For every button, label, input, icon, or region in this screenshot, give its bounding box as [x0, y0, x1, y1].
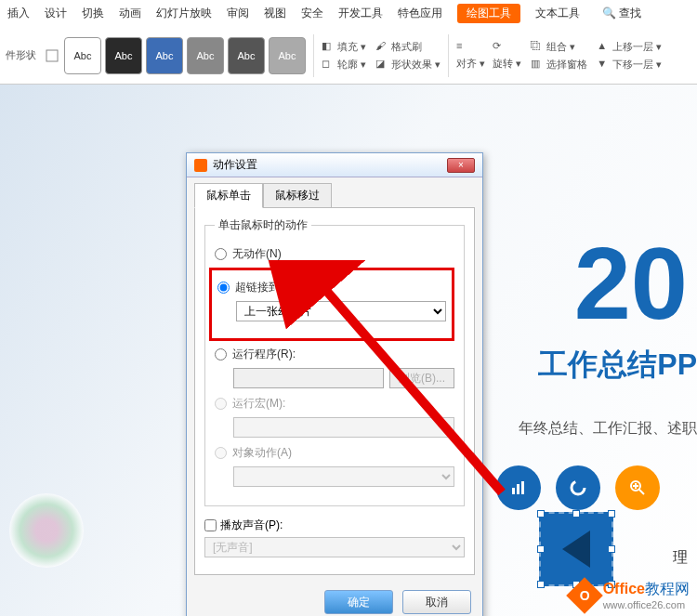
- sound-select-wrap: [无声音]: [204, 537, 465, 557]
- program-path-row: 浏览(B)...: [233, 368, 454, 388]
- resize-handle[interactable]: [537, 510, 545, 518]
- radio-object-action-label: 对象动作(A): [232, 445, 292, 461]
- resize-handle[interactable]: [537, 581, 545, 588]
- dialog-tabs: 鼠标单击 鼠标移过: [187, 177, 482, 208]
- ok-button[interactable]: 确定: [324, 590, 393, 614]
- dialog-buttons: 确定 取消: [187, 583, 482, 616]
- selected-triangle-shape[interactable]: [539, 512, 613, 586]
- radio-object-action: [215, 447, 227, 459]
- shape-style-4[interactable]: Abc: [187, 37, 224, 74]
- macro-select: [233, 417, 454, 438]
- send-backward-button[interactable]: ▼下移一层 ▾: [597, 58, 662, 72]
- triangle-arrow-icon: [562, 531, 590, 568]
- svg-rect-2: [517, 484, 519, 494]
- bring-forward-button[interactable]: ▲上移一层 ▾: [597, 40, 662, 54]
- radio-none[interactable]: [215, 248, 227, 260]
- tab-mouse-click[interactable]: 鼠标单击: [194, 183, 263, 208]
- align-label: 对齐 ▾: [456, 57, 485, 71]
- radio-run-program-row[interactable]: 运行程序(R):: [215, 347, 454, 362]
- tab-design[interactable]: 设计: [45, 6, 67, 21]
- shape-style-2[interactable]: Abc: [105, 37, 142, 74]
- action-settings-dialog: 动作设置 × 鼠标单击 鼠标移过 单击鼠标时的动作 无动作(N) 超链接到(H)…: [186, 152, 483, 616]
- outline-button[interactable]: ◻轮廓 ▾: [322, 58, 366, 72]
- radio-object-action-row: 对象动作(A): [215, 445, 454, 461]
- object-action-select-wrap: [233, 466, 454, 487]
- sound-select: [无声音]: [204, 537, 465, 557]
- radio-hyperlink[interactable]: [217, 282, 230, 294]
- cancel-button[interactable]: 取消: [402, 590, 471, 614]
- shape-style-3[interactable]: Abc: [146, 37, 183, 74]
- tab-drawing-tools[interactable]: 绘图工具: [457, 4, 520, 23]
- radio-none-row[interactable]: 无动作(N): [215, 246, 454, 262]
- tab-view[interactable]: 视图: [264, 6, 286, 21]
- resize-handle[interactable]: [537, 545, 545, 553]
- fill-icon: ◧: [322, 40, 335, 53]
- dialog-body: 单击鼠标时的动作 无动作(N) 超链接到(H): 上一张幻灯片: [194, 207, 475, 575]
- slide-year-number: 20: [574, 224, 688, 342]
- ribbon-tabs: 插入 设计 切换 动画 幻灯片放映 审阅 视图 安全 开发工具 特色应用 绘图工…: [0, 0, 697, 27]
- chart-icon: [496, 465, 541, 510]
- group-label: 单击鼠标时的动作: [215, 217, 311, 233]
- annotation-highlight: 超链接到(H): 上一张幻灯片: [209, 268, 454, 341]
- click-action-group: 单击鼠标时的动作 无动作(N) 超链接到(H): 上一张幻灯片: [204, 217, 465, 506]
- zoom-icon: [615, 465, 660, 510]
- shape-style-gallery: 件形状 Abc Abc Abc Abc Abc Abc: [6, 37, 306, 74]
- decorative-circles: [9, 493, 84, 568]
- fill-button[interactable]: ◧填充 ▾: [322, 40, 366, 54]
- slide-text-fragment: 理: [673, 548, 688, 568]
- watermark-logo: O: [566, 577, 603, 614]
- resize-handle[interactable]: [608, 510, 615, 518]
- resize-handle[interactable]: [572, 510, 580, 518]
- tab-special[interactable]: 特色应用: [398, 6, 442, 21]
- close-button[interactable]: ×: [447, 158, 475, 173]
- slide-subtitle: 年终总结、工作汇报、述职: [519, 419, 697, 439]
- svg-point-4: [572, 481, 585, 494]
- shape-style-5[interactable]: Abc: [228, 37, 265, 74]
- edit-shape-icon[interactable]: [44, 39, 60, 72]
- tab-developer[interactable]: 开发工具: [338, 6, 383, 21]
- align-icon: ≡: [456, 40, 469, 53]
- divider: [448, 34, 449, 77]
- search-link[interactable]: 🔍 查找: [602, 6, 641, 21]
- svg-rect-3: [521, 481, 524, 494]
- tab-animation[interactable]: 动画: [119, 6, 141, 21]
- tab-security[interactable]: 安全: [301, 6, 323, 21]
- object-action-select: [233, 466, 454, 487]
- browse-button: 浏览(B)...: [389, 368, 454, 388]
- radio-hyperlink-label: 超链接到(H):: [235, 280, 298, 295]
- play-sound-checkbox[interactable]: [204, 519, 217, 531]
- outline-icon: ◻: [322, 58, 335, 71]
- app-icon: [194, 159, 207, 172]
- selection-pane-button[interactable]: ▥选择窗格: [531, 58, 587, 72]
- radio-run-program[interactable]: [215, 348, 227, 360]
- radio-hyperlink-row[interactable]: 超链接到(H):: [217, 280, 446, 295]
- tab-review[interactable]: 审阅: [227, 6, 249, 21]
- group-icon: ⿻: [531, 40, 544, 53]
- macro-select-wrap: [233, 417, 454, 438]
- group-button[interactable]: ⿻组合 ▾: [531, 40, 587, 54]
- shape-style-6[interactable]: Abc: [269, 37, 306, 74]
- dialog-titlebar[interactable]: 动作设置 ×: [187, 153, 482, 177]
- shape-effects-button[interactable]: ◪形状效果 ▾: [375, 58, 441, 72]
- watermark-url: www.office26.com: [603, 599, 690, 610]
- hyperlink-target-select[interactable]: 上一张幻灯片: [236, 301, 446, 321]
- pie-icon: [556, 465, 600, 510]
- brush-icon: 🖌: [375, 40, 388, 53]
- shape-style-1[interactable]: Abc: [64, 37, 101, 74]
- rotate-button[interactable]: ⟳: [493, 40, 521, 53]
- ribbon-toolbar: 件形状 Abc Abc Abc Abc Abc Abc ◧填充 ▾ ◻轮廓 ▾ …: [0, 27, 697, 85]
- slide-title: 工作总结PP: [538, 345, 697, 386]
- slide-icon-row: [496, 465, 660, 510]
- resize-handle[interactable]: [608, 545, 615, 553]
- tab-slideshow[interactable]: 幻灯片放映: [156, 6, 212, 21]
- format-painter-button[interactable]: 🖌格式刷: [375, 40, 441, 54]
- tab-mouse-over[interactable]: 鼠标移过: [263, 183, 332, 208]
- play-sound-row[interactable]: 播放声音(P):: [204, 518, 465, 533]
- tab-text-tools[interactable]: 文本工具: [535, 6, 580, 21]
- radio-run-macro: [215, 398, 227, 410]
- tab-transition[interactable]: 切换: [82, 6, 104, 21]
- radio-run-program-label: 运行程序(R):: [232, 347, 296, 362]
- watermark: O Office教程网 www.office26.com: [572, 580, 690, 610]
- align-button[interactable]: ≡: [456, 40, 485, 53]
- tab-insert[interactable]: 插入: [7, 6, 30, 21]
